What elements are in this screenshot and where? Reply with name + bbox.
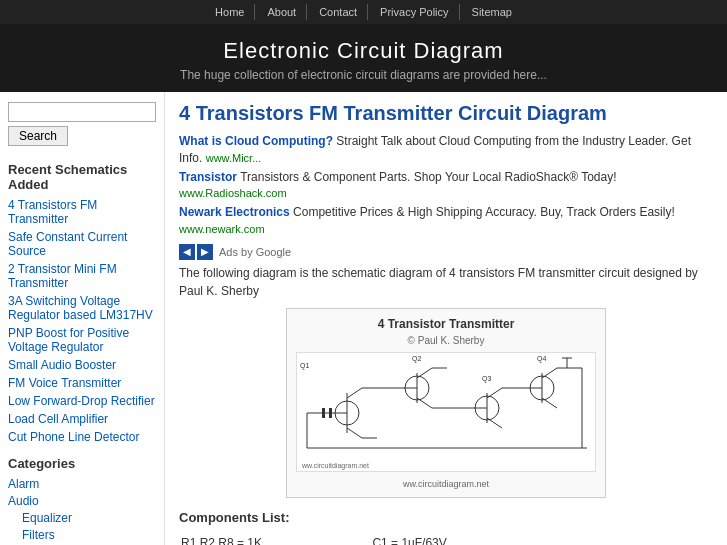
topnav-privacy[interactable]: Privacy Policy: [370, 4, 459, 20]
search-button[interactable]: Search: [8, 126, 68, 146]
circuit-diagram-title: 4 Transistor Transmitter: [295, 317, 597, 331]
recent-link-7[interactable]: Low Forward-Drop Rectifier: [8, 394, 156, 408]
svg-rect-25: [329, 408, 332, 418]
ad-link-2[interactable]: Newark Electronics: [179, 205, 290, 219]
site-title: Electronic Circuit Diagram: [0, 38, 727, 64]
recent-link-9[interactable]: Cut Phone Line Detector: [8, 430, 156, 444]
recent-link-6[interactable]: FM Voice Transmitter: [8, 376, 156, 390]
table-row: R1,R2,R8 = 1K C1 = 1uF/63V: [181, 533, 711, 545]
ad-link-0[interactable]: What is Cloud Computing?: [179, 134, 333, 148]
top-nav: Home About Contact Privacy Policy Sitema…: [0, 0, 727, 24]
components-section: Components List: R1,R2,R8 = 1K C1 = 1uF/…: [179, 510, 713, 545]
svg-text:Q2: Q2: [412, 355, 421, 363]
cat-audio[interactable]: Audio: [8, 494, 156, 508]
main-layout: Search Recent Schematics Added 4 Transis…: [0, 92, 727, 545]
recent-link-1[interactable]: Safe Constant Current Source: [8, 230, 156, 258]
sidebar: Search Recent Schematics Added 4 Transis…: [0, 92, 165, 545]
ad-link-1[interactable]: Transistor: [179, 170, 237, 184]
svg-line-3: [347, 428, 362, 438]
page-title: 4 Transistors FM Transmitter Circuit Dia…: [179, 102, 713, 125]
circuit-svg-area: ww.circuitdiagram.net Q1 Q2 Q3 Q4: [296, 352, 596, 472]
ads-by-label: Ads by Google: [219, 246, 291, 258]
recent-schematics-title: Recent Schematics Added: [8, 162, 156, 192]
ad-nav: ◀ ▶ Ads by Google: [179, 244, 713, 260]
ad-url-1: www.Radioshack.com: [179, 187, 287, 199]
recent-link-3[interactable]: 3A Switching Voltage Regulator based LM3…: [8, 294, 156, 322]
topnav-about[interactable]: About: [257, 4, 307, 20]
topnav-contact[interactable]: Contact: [309, 4, 368, 20]
circuit-diagram: 4 Transistor Transmitter © Paul K. Sherb…: [286, 308, 606, 498]
ad-block: What is Cloud Computing? Straight Talk a…: [179, 133, 713, 238]
recent-link-8[interactable]: Load Cell Amplifier: [8, 412, 156, 426]
circuit-diagram-subtitle: © Paul K. Sherby: [295, 335, 597, 346]
svg-rect-24: [322, 408, 325, 418]
comp-right-0: C1 = 1uF/63V: [372, 533, 711, 545]
cat-alarm[interactable]: Alarm: [8, 477, 156, 491]
ad-line-0: What is Cloud Computing? Straight Talk a…: [179, 133, 713, 167]
topnav-home[interactable]: Home: [205, 4, 255, 20]
recent-link-5[interactable]: Small Audio Booster: [8, 358, 156, 372]
ad-next-button[interactable]: ▶: [197, 244, 213, 260]
site-subtitle: The huge collection of electronic circui…: [0, 68, 727, 82]
recent-link-0[interactable]: 4 Transistors FM Transmitter: [8, 198, 156, 226]
content-area: 4 Transistors FM Transmitter Circuit Dia…: [165, 92, 727, 545]
ad-line-1: Transistor Transistors & Component Parts…: [179, 169, 713, 203]
ad-url-0: www.Micr...: [206, 152, 262, 164]
comp-left-0: R1,R2,R8 = 1K: [181, 533, 370, 545]
ad-prev-button[interactable]: ◀: [179, 244, 195, 260]
recent-link-4[interactable]: PNP Boost for Positive Voltage Regulator: [8, 326, 156, 354]
ad-url-2: www.newark.com: [179, 223, 265, 235]
cat-filters[interactable]: Filters: [8, 528, 156, 542]
svg-text:Q1: Q1: [300, 362, 309, 370]
search-input[interactable]: [8, 102, 156, 122]
site-header: Electronic Circuit Diagram The huge coll…: [0, 24, 727, 92]
recent-link-2[interactable]: 2 Transistor Mini FM Transmitter: [8, 262, 156, 290]
cat-equalizer[interactable]: Equalizer: [8, 511, 156, 525]
svg-line-2: [347, 388, 362, 398]
ad-text-2: Competitive Prices & High Shipping Accur…: [290, 205, 675, 219]
svg-text:Q3: Q3: [482, 375, 491, 383]
intro-text: The following diagram is the schematic d…: [179, 264, 713, 300]
ad-line-2: Newark Electronics Competitive Prices & …: [179, 204, 713, 238]
components-title: Components List:: [179, 510, 713, 525]
ad-text-1: Transistors & Component Parts. Shop Your…: [237, 170, 617, 184]
circuit-url: ww.circuitdiagram.net: [295, 479, 597, 489]
categories-title: Categories: [8, 456, 156, 471]
components-table: R1,R2,R8 = 1K C1 = 1uF/63V R3 = 100K C2,…: [179, 531, 713, 545]
svg-text:ww.circuitdiagram.net: ww.circuitdiagram.net: [301, 462, 369, 470]
topnav-sitemap[interactable]: Sitemap: [462, 4, 522, 20]
svg-text:Q4: Q4: [537, 355, 546, 363]
